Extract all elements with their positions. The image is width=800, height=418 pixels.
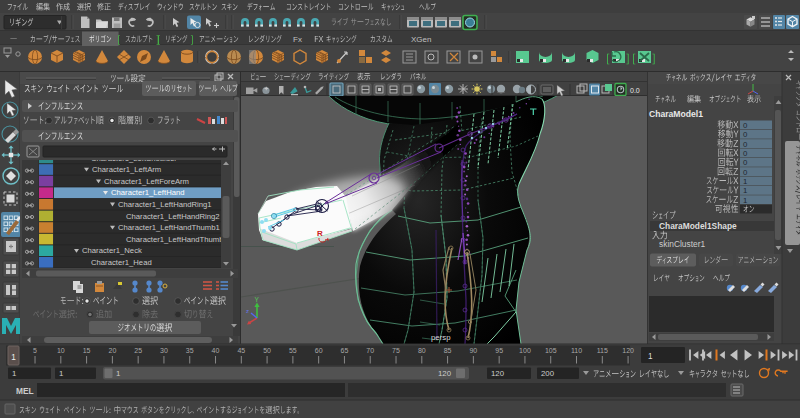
svg-text:35: 35 <box>186 347 194 354</box>
svg-text:55: 55 <box>289 347 297 354</box>
svg-text:1: 1 <box>743 177 747 186</box>
svg-text:Character1_Head: Character1_Head <box>91 258 152 267</box>
svg-text:Character1_LeftHand: Character1_LeftHand <box>111 188 185 197</box>
svg-text:105: 105 <box>545 347 557 354</box>
svg-text:Y: Y <box>255 296 260 303</box>
svg-text:persp: persp <box>431 333 451 342</box>
svg-text:Character1_LeftHandThumb2: Character1_LeftHandThumb2 <box>126 235 228 244</box>
svg-text:95: 95 <box>495 347 503 354</box>
svg-text:5: 5 <box>33 347 37 354</box>
svg-text:CharaModel1: CharaModel1 <box>649 109 703 119</box>
svg-text:0: 0 <box>743 149 748 158</box>
svg-text:1: 1 <box>12 369 16 378</box>
svg-text:Fx: Fx <box>293 35 302 44</box>
svg-text:85: 85 <box>444 347 452 354</box>
svg-text:0.0: 0.0 <box>630 87 640 94</box>
svg-text:skinCluster1: skinCluster1 <box>659 239 705 249</box>
svg-text:110: 110 <box>571 347 582 354</box>
svg-text:1: 1 <box>743 186 747 195</box>
svg-text:120: 120 <box>438 369 452 378</box>
svg-text:90: 90 <box>469 347 477 354</box>
svg-text:80: 80 <box>418 347 426 354</box>
svg-text:Character1_Neck: Character1_Neck <box>82 246 142 255</box>
svg-text:100: 100 <box>519 347 531 354</box>
svg-text:z: z <box>246 308 249 314</box>
svg-text:40: 40 <box>212 347 220 354</box>
svg-text:Character1_LeftHandThumb1: Character1_LeftHandThumb1 <box>118 223 220 232</box>
svg-text:10: 10 <box>57 347 65 354</box>
svg-text:Character1_LeftHandRing2: Character1_LeftHandRing2 <box>126 212 220 221</box>
svg-text:0: 0 <box>743 168 748 177</box>
svg-text:30: 30 <box>160 347 168 354</box>
svg-text:120: 120 <box>491 369 505 378</box>
svg-text:1: 1 <box>11 353 16 362</box>
svg-text:0: 0 <box>743 140 748 149</box>
svg-text:20: 20 <box>108 347 116 354</box>
svg-text:Character1_LeftHandRing1: Character1_LeftHandRing1 <box>118 200 212 209</box>
svg-text:Character1_LeftForeArm: Character1_LeftForeArm <box>104 177 189 186</box>
svg-text:XGen: XGen <box>411 35 431 44</box>
svg-text:MEL: MEL <box>16 386 34 396</box>
svg-text:CharaModel1Shape: CharaModel1Shape <box>659 221 737 231</box>
svg-text:0: 0 <box>743 121 748 130</box>
svg-text:0: 0 <box>743 158 748 167</box>
svg-text:1: 1 <box>743 196 747 205</box>
svg-text:1: 1 <box>116 369 120 378</box>
svg-text:200: 200 <box>541 369 555 378</box>
svg-text:60: 60 <box>315 347 323 354</box>
svg-text:15: 15 <box>83 347 91 354</box>
svg-text:1: 1 <box>648 352 653 361</box>
svg-text:1: 1 <box>59 369 63 378</box>
svg-text:45: 45 <box>237 347 245 354</box>
svg-text:120: 120 <box>622 347 634 354</box>
svg-text:75: 75 <box>392 347 400 354</box>
svg-text:70: 70 <box>366 347 374 354</box>
svg-text:R: R <box>317 229 323 238</box>
svg-text:115: 115 <box>597 347 608 354</box>
svg-text:50: 50 <box>263 347 271 354</box>
svg-text:0: 0 <box>743 130 748 139</box>
svg-text:Character1_LeftArm: Character1_LeftArm <box>92 165 161 174</box>
svg-text:65: 65 <box>341 347 349 354</box>
svg-text:25: 25 <box>134 347 142 354</box>
